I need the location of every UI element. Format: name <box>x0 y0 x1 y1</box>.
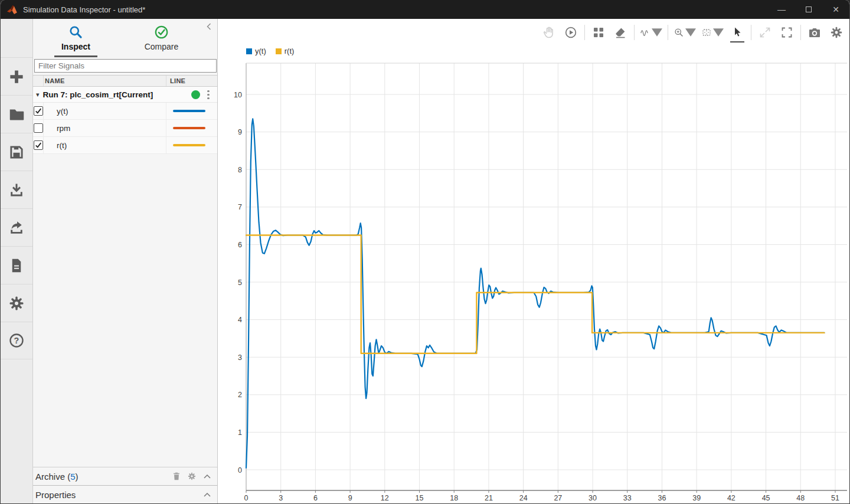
archive-settings-button[interactable] <box>185 470 198 483</box>
time-plot[interactable]: 0369121518212427303336394245485101234567… <box>218 19 849 504</box>
tab-compare[interactable]: Compare <box>119 19 204 57</box>
matlab-logo-icon <box>7 5 18 15</box>
checkmark-icon <box>35 107 42 114</box>
signal-row[interactable]: r(t) <box>33 137 217 154</box>
y-tick-label: 1 <box>238 428 242 437</box>
run-label: Run 7: plc_cosim_rt[Current] <box>43 90 153 99</box>
y-tick-label: 0 <box>238 466 242 474</box>
signal-line-swatch <box>173 127 205 129</box>
properties-label: Properties <box>35 490 76 500</box>
x-tick-label: 9 <box>348 494 352 502</box>
signal-name: y(t) <box>44 107 166 116</box>
share-arrow-icon <box>8 219 25 237</box>
y-tick-label: 6 <box>238 241 242 249</box>
y-tick-label: 9 <box>238 128 242 136</box>
tab-inspect[interactable]: Inspect <box>33 19 119 57</box>
run-row[interactable]: ▾ Run 7: plc_cosim_rt[Current] <box>33 87 217 103</box>
archive-trash-button[interactable] <box>170 470 183 483</box>
x-tick-label: 3 <box>279 494 283 502</box>
filter-signals-input[interactable] <box>34 59 217 73</box>
column-header-name: NAME <box>44 77 166 84</box>
y-tick-label: 2 <box>238 391 242 399</box>
collapse-panel-button[interactable] <box>204 22 214 32</box>
signal-row[interactable]: y(t) <box>33 103 217 120</box>
x-tick-label: 12 <box>381 494 389 502</box>
y-tick-label: 8 <box>238 166 242 174</box>
grid-lines <box>246 63 847 490</box>
checkmark-icon <box>35 142 42 149</box>
export-button[interactable] <box>1 208 32 246</box>
signal-line-swatch <box>173 110 205 112</box>
archive-collapse-button[interactable] <box>201 470 214 483</box>
properties-header[interactable]: Properties <box>33 485 217 503</box>
x-tick-label: 0 <box>244 494 249 502</box>
x-tick-label: 15 <box>416 494 424 502</box>
run-status-dot <box>191 90 200 99</box>
question-circle-icon: ? <box>8 332 25 349</box>
y-tick-label: 3 <box>238 354 242 362</box>
open-button[interactable] <box>1 95 32 133</box>
signal-checkbox[interactable] <box>34 106 43 116</box>
folder-icon <box>8 106 25 123</box>
tab-inspect-label: Inspect <box>61 42 90 51</box>
titlebar: Simulation Data Inspector - untitled* — … <box>1 0 849 19</box>
maximize-button[interactable] <box>795 0 822 19</box>
series-lines <box>246 119 824 468</box>
download-arrow-icon <box>8 181 25 199</box>
x-tick-label: 6 <box>313 494 318 502</box>
x-tick-label: 42 <box>727 494 735 502</box>
magnifier-icon <box>68 24 84 40</box>
tab-compare-label: Compare <box>145 42 179 51</box>
chevron-up-icon <box>204 474 211 479</box>
plot-panel[interactable]: y(t)r(t) 0369121518212427303336394245485… <box>218 19 849 503</box>
x-tick-label: 48 <box>796 494 805 502</box>
signal-checkbox[interactable] <box>34 140 43 150</box>
signal-name: rpm <box>44 124 166 133</box>
table-header: NAME LINE <box>33 75 217 87</box>
check-circle-icon <box>153 24 169 40</box>
help-button[interactable]: ? <box>1 322 32 359</box>
x-tick-label: 24 <box>519 494 528 502</box>
x-axis: 03691215182124273033363942454851 <box>244 490 847 502</box>
left-icon-strip: ? <box>1 19 33 503</box>
archive-header[interactable]: Archive (5) <box>33 467 217 485</box>
run-menu-button[interactable] <box>204 89 212 100</box>
expand-caret-icon[interactable]: ▾ <box>36 91 40 99</box>
close-button[interactable]: ✕ <box>822 0 849 19</box>
save-button[interactable] <box>1 133 32 171</box>
x-tick-label: 18 <box>450 494 458 502</box>
x-tick-label: 39 <box>692 494 701 502</box>
preferences-button[interactable] <box>1 284 32 322</box>
x-tick-label: 51 <box>831 494 839 502</box>
chevron-up-icon <box>204 493 211 497</box>
properties-collapse-button[interactable] <box>201 488 214 501</box>
app-window: Simulation Data Inspector - untitled* — … <box>0 0 850 504</box>
x-tick-label: 30 <box>589 494 597 502</box>
x-tick-label: 33 <box>623 494 632 502</box>
signal-line-swatch <box>173 144 205 146</box>
series-y(t) <box>246 119 824 468</box>
x-tick-label: 21 <box>485 494 493 502</box>
tab-bar: Inspect Compare <box>33 19 217 57</box>
add-button[interactable] <box>1 57 32 95</box>
plus-icon <box>8 68 25 86</box>
x-tick-label: 45 <box>762 494 770 502</box>
y-axis: 012345678910 <box>234 91 242 474</box>
trash-icon <box>171 471 182 482</box>
import-button[interactable] <box>1 171 32 208</box>
x-tick-label: 36 <box>658 494 666 502</box>
signal-row[interactable]: rpm <box>33 120 217 137</box>
signal-checkbox[interactable] <box>34 123 43 133</box>
signal-panel: Inspect Compare NAM <box>33 19 218 503</box>
chevron-left-icon <box>207 23 211 30</box>
y-tick-label: 10 <box>234 91 242 99</box>
column-header-line: LINE <box>166 76 217 86</box>
signal-list: y(t)rpmr(t) <box>33 103 217 154</box>
svg-text:?: ? <box>14 336 19 345</box>
minimize-button[interactable]: — <box>768 0 795 19</box>
window-controls: — ✕ <box>768 0 849 19</box>
gear-icon <box>8 294 25 312</box>
signal-name: r(t) <box>44 141 166 150</box>
y-tick-label: 4 <box>238 316 242 324</box>
report-button[interactable] <box>1 246 32 284</box>
